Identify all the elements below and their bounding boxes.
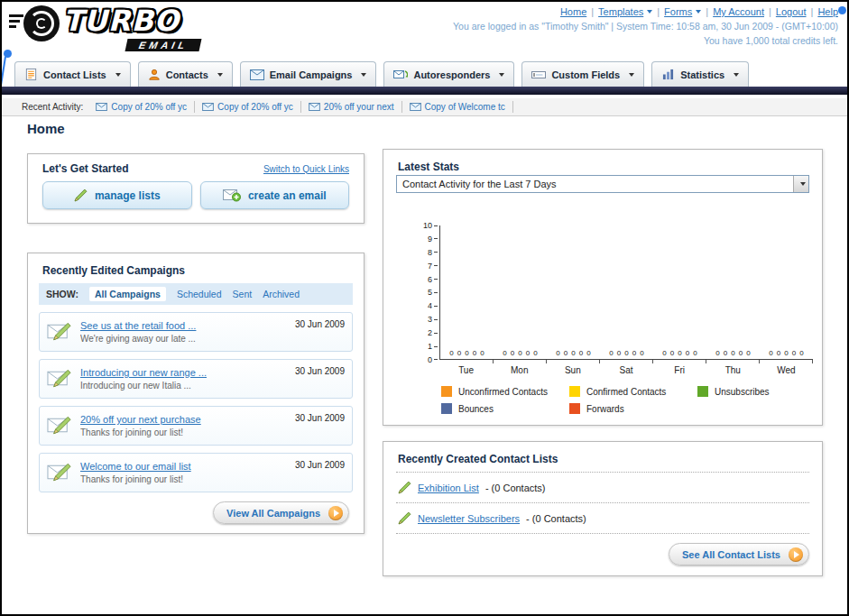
stats-period-dropdown[interactable]: Contact Activity for the Last 7 Days <box>396 175 809 193</box>
campaign-row[interactable]: Introducing our new range ...Introducing… <box>39 359 353 399</box>
recent-activity-link[interactable]: Copy of Welcome tc <box>425 102 505 112</box>
campaign-envelope-icon <box>47 415 73 437</box>
contact-list-count: - (0 Contacts) <box>526 513 586 524</box>
get-started-header: Let's Get Started Switch to Quick Links <box>28 154 364 181</box>
campaign-filter-archived[interactable]: Archived <box>263 289 300 299</box>
switch-quick-links-link[interactable]: Switch to Quick Links <box>263 164 349 174</box>
contact-list-item[interactable]: Newsletter Subscribers- (0 Contacts) <box>396 503 809 534</box>
top-link-forms[interactable]: Forms <box>664 6 701 17</box>
nav-tab-custom-fields[interactable]: Custom Fields <box>521 61 644 87</box>
top-link-my-account[interactable]: My Account <box>713 6 764 17</box>
x-axis-label: Sat <box>599 365 652 375</box>
get-started-button-create-an-email[interactable]: create an email <box>200 181 350 209</box>
x-axis-tick <box>547 360 600 363</box>
separator <box>586 6 598 17</box>
recent-activity-item[interactable]: Copy of 20% off yc <box>88 101 195 113</box>
y-axis-tick: 8 <box>412 248 438 257</box>
recent-activity-label: Recent Activity: <box>22 102 83 112</box>
x-axis-label: Thu <box>706 365 760 375</box>
recent-activity-item[interactable]: Copy of Welcome tc <box>402 101 513 113</box>
x-axis-tick <box>494 360 547 363</box>
chart-x-ticks <box>439 360 813 363</box>
bar-group-values: 00000 <box>440 349 494 357</box>
get-started-panel: Let's Get Started Switch to Quick Links … <box>27 153 365 224</box>
bar-group-values: 00000 <box>653 349 706 357</box>
tick-mark <box>434 306 438 307</box>
campaign-title-link[interactable]: Welcome to our email list <box>80 461 288 472</box>
legend-item: Bounces <box>441 403 569 414</box>
campaign-row[interactable]: See us at the retail food ...We're givin… <box>39 312 353 352</box>
campaign-title-link[interactable]: Introducing our new range ... <box>80 367 288 378</box>
nav-tab-email-campaigns[interactable]: Email Campaigns <box>240 61 377 87</box>
bar-group-values: 00000 <box>494 349 547 357</box>
chevron-down-icon[interactable] <box>793 176 808 192</box>
campaign-text: Welcome to our email listThanks for join… <box>80 461 288 484</box>
arrow-right-icon <box>328 506 343 520</box>
contact-list-count: - (0 Contacts) <box>485 483 546 493</box>
campaign-row[interactable]: 20% off your next purchaseThanks for joi… <box>39 406 353 446</box>
logo-text-turbo: TURBO <box>63 5 200 36</box>
legend-item: Confirmed Contacts <box>569 386 697 397</box>
campaign-filter-sent[interactable]: Sent <box>233 289 253 299</box>
campaign-subtitle: Introducing our new Italia ... <box>80 381 288 391</box>
nav-tab-label: Contact Lists <box>43 69 106 80</box>
recent-activity-item[interactable]: Copy of 20% off yc <box>195 101 301 113</box>
x-axis-label: Mon <box>493 365 546 375</box>
contact-list-link[interactable]: Exhibition List <box>418 483 479 493</box>
recent-activity-link[interactable]: Copy of 20% off yc <box>217 102 293 112</box>
arrow-right-icon <box>789 547 803 562</box>
page: TURBO EMAIL HomeTemplatesFormsMy Account… <box>0 0 849 616</box>
campaign-date: 30 Jun 2009 <box>295 460 345 470</box>
campaign-subtitle: Thanks for joining our list! <box>80 474 288 484</box>
top-link-logout[interactable]: Logout <box>776 6 807 17</box>
nav-tab-label: Email Campaigns <box>270 69 353 80</box>
tick-mark <box>434 319 438 320</box>
contact-list-link[interactable]: Newsletter Subscribers <box>418 513 520 524</box>
legend-swatch <box>697 386 708 397</box>
autoresponders-icon <box>393 69 408 81</box>
top-link-help[interactable]: Help <box>817 6 838 17</box>
x-axis-tick <box>653 360 706 363</box>
app-logo: TURBO EMAIL <box>9 5 200 52</box>
recent-activity-item[interactable]: 20% off your next <box>301 101 402 113</box>
recent-activity-bar: Recent Activity: Copy of 20% off ycCopy … <box>2 98 847 116</box>
y-axis-tick: 3 <box>412 315 438 324</box>
campaign-row[interactable]: Welcome to our email listThanks for join… <box>39 453 353 492</box>
y-axis-tick: 0 <box>412 355 438 364</box>
logo-wordmark: TURBO EMAIL <box>63 5 200 52</box>
tick-mark <box>434 359 438 360</box>
get-started-button-label: create an email <box>248 189 327 202</box>
nav-tab-autoresponders[interactable]: Autoresponders <box>383 61 514 87</box>
campaign-filter-scheduled[interactable]: Scheduled <box>177 289 222 299</box>
campaign-title-link[interactable]: 20% off your next purchase <box>80 414 288 425</box>
nav-tab-statistics[interactable]: Statistics <box>651 61 749 87</box>
contact-list-item[interactable]: Exhibition List- (0 Contacts) <box>396 473 809 503</box>
bar-group-values: 00000 <box>600 349 653 357</box>
y-axis-tick: 9 <box>412 234 438 244</box>
legend-label: Bounces <box>458 404 494 414</box>
nav-tab-contacts[interactable]: Contacts <box>138 61 233 87</box>
top-link-home[interactable]: Home <box>560 6 586 17</box>
envelope-icon <box>96 103 107 111</box>
top-link-templates[interactable]: Templates <box>598 6 652 17</box>
campaign-subtitle: Thanks for joining our list! <box>80 428 288 437</box>
campaign-title-link[interactable]: See us at the retail food ... <box>80 320 288 331</box>
x-axis-label: Tue <box>439 365 493 375</box>
campaign-filter-all-campaigns[interactable]: All Campaigns <box>89 287 166 301</box>
contact-lists-title: Recently Created Contact Lists <box>398 453 558 465</box>
chart-plot-area: 00000000000000000000000000000000000 <box>439 225 813 360</box>
separator <box>701 6 713 17</box>
bar-group-values: 00000 <box>760 349 813 357</box>
x-axis-tick <box>600 360 653 363</box>
get-started-button-manage-lists[interactable]: manage lists <box>42 181 192 209</box>
x-axis-tick <box>760 360 813 363</box>
x-axis-label: Fri <box>653 365 706 375</box>
view-all-campaigns-button[interactable]: View All Campaigns <box>213 501 349 524</box>
get-started-buttons: manage listscreate an email <box>28 181 364 209</box>
nav-tab-label: Autoresponders <box>413 69 490 80</box>
see-all-contact-lists-button[interactable]: See All Contact Lists <box>669 543 809 565</box>
nav-tab-contact-lists[interactable]: Contact Lists <box>14 61 131 87</box>
campaign-text: 20% off your next purchaseThanks for joi… <box>80 414 288 437</box>
recent-activity-link[interactable]: 20% off your next <box>324 102 394 112</box>
recent-activity-link[interactable]: Copy of 20% off yc <box>111 102 187 112</box>
